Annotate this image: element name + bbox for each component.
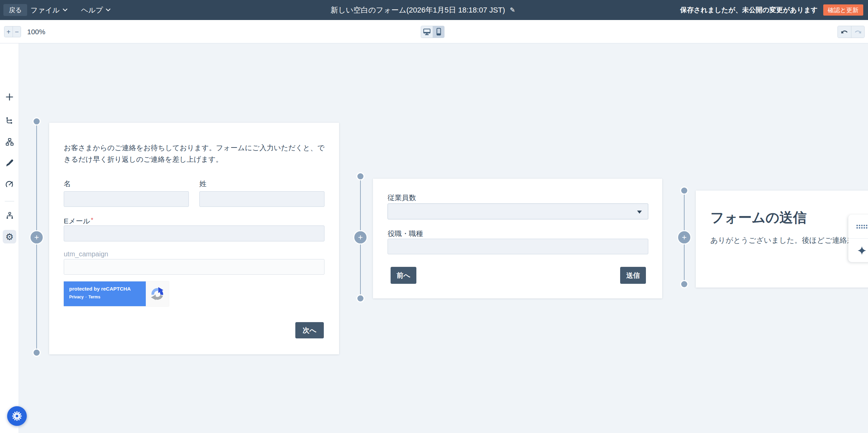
chevron-down-icon	[106, 8, 111, 12]
mobile-preview-button[interactable]	[433, 26, 444, 38]
email-input[interactable]	[64, 225, 324, 241]
ai-assistant-button[interactable]	[7, 406, 27, 426]
form-step-card-1[interactable]: お客さまからのご連絡をお待ちしております。フォームにご入力いただくと、できるだけ…	[49, 123, 339, 354]
starburst-icon	[12, 411, 22, 421]
required-asterisk: *	[91, 217, 93, 223]
sitemap-icon	[5, 138, 14, 146]
thank-you-heading: フォームの送信	[710, 208, 807, 227]
sidebar-divider	[5, 201, 14, 201]
sidebar-item-style[interactable]	[3, 156, 16, 170]
mobile-icon	[435, 28, 442, 36]
help-menu[interactable]: ヘルプ	[81, 5, 111, 15]
menu-bar: ファイル ヘルプ	[31, 0, 111, 20]
submit-button[interactable]: 送信	[620, 267, 646, 284]
undo-icon	[841, 29, 849, 35]
form-step-card-3[interactable]: フォームの送信 ありがとうございました。後ほどご連絡差し上げます	[696, 191, 868, 288]
file-menu[interactable]: ファイル	[31, 5, 67, 15]
last-name-input[interactable]	[199, 191, 324, 207]
drag-handle-icon	[856, 225, 867, 229]
sidebar-item-settings[interactable]: ⚙	[3, 230, 16, 243]
editor-sidebar: ⚙	[0, 43, 19, 433]
redo-button[interactable]	[851, 26, 864, 38]
first-name-input[interactable]	[64, 191, 189, 207]
drag-handle[interactable]	[848, 215, 868, 238]
chevron-down-icon	[63, 8, 67, 12]
undo-button[interactable]	[838, 26, 851, 38]
zoom-controls: + −	[4, 26, 21, 37]
last-name-label: 姓	[199, 179, 206, 189]
brush-icon	[5, 159, 14, 167]
recaptcha-icon	[150, 287, 165, 301]
card-tools-panel	[848, 215, 868, 262]
redo-icon	[854, 29, 862, 35]
add-step-button[interactable]: +	[354, 231, 367, 243]
edit-title-pencil-icon[interactable]: ✎	[510, 6, 515, 14]
back-button[interactable]: 戻る	[3, 4, 27, 16]
editor-toolbar: + − 100%	[0, 20, 868, 43]
employees-label: 従業員数	[388, 193, 416, 202]
sparkle-diamond-icon	[857, 245, 867, 256]
utm-campaign-label: utm_campaign	[64, 250, 108, 258]
connector-dot	[681, 188, 687, 194]
add-step-button[interactable]: +	[31, 231, 43, 243]
plus-icon	[5, 93, 14, 101]
review-and-update-button[interactable]: 確認と更新	[823, 4, 863, 16]
save-status-text: 保存されましたが、未公開の変更があります	[680, 5, 818, 15]
thank-you-text: ありがとうございました。後ほどご連絡差し上げます	[710, 235, 868, 245]
connector-dot	[34, 118, 40, 124]
form-title: 新しい空白のフォーム(2026年1月5日 18:18:07 JST)	[331, 5, 505, 15]
dropdown-caret-icon	[637, 211, 642, 214]
utm-campaign-input[interactable]	[64, 259, 324, 275]
top-navigation-bar: 戻る ファイル ヘルプ 新しい空白のフォーム(2026年1月5日 18:18:0…	[0, 0, 868, 20]
sidebar-item-structure[interactable]	[3, 114, 16, 127]
sidebar-item-performance[interactable]	[3, 177, 16, 191]
desktop-preview-button[interactable]	[421, 26, 433, 38]
recaptcha-terms-link[interactable]: Terms	[88, 295, 100, 299]
help-menu-label: ヘルプ	[81, 5, 103, 15]
topbar-right: 保存されましたが、未公開の変更があります 確認と更新	[680, 0, 863, 20]
recaptcha-protected-text: protected by reCAPTCHA	[69, 286, 146, 292]
jobtitle-input[interactable]	[388, 239, 648, 254]
file-menu-label: ファイル	[31, 5, 60, 15]
zoom-out-button[interactable]: −	[13, 26, 21, 37]
ai-sparkle-action[interactable]	[848, 238, 868, 262]
recaptcha-link-separator: -	[85, 295, 87, 299]
connector-dot	[34, 350, 40, 356]
first-name-label: 名	[64, 179, 71, 189]
form-title-area: 新しい空白のフォーム(2026年1月5日 18:18:07 JST) ✎	[331, 0, 515, 20]
tree-icon	[5, 117, 14, 125]
recaptcha-text-block: protected by reCAPTCHA Privacy - Terms	[64, 281, 146, 306]
gauge-icon	[5, 180, 14, 188]
employees-select[interactable]	[388, 203, 648, 219]
desktop-icon	[423, 28, 431, 36]
prev-button[interactable]: 前へ	[391, 267, 416, 284]
zoom-level: 100%	[27, 26, 45, 37]
form-step-card-2[interactable]: 従業員数 役職・職種 前へ 送信	[373, 179, 662, 298]
sidebar-item-automation[interactable]	[3, 209, 16, 222]
recaptcha-logo-area	[146, 281, 169, 306]
device-preview-toggle	[421, 26, 445, 38]
sidebar-item-add[interactable]	[3, 90, 16, 104]
gear-icon: ⚙	[5, 232, 14, 241]
zoom-in-button[interactable]: +	[4, 26, 13, 37]
recaptcha-badge: protected by reCAPTCHA Privacy - Terms	[64, 281, 169, 306]
jobtitle-label: 役職・職種	[388, 229, 423, 238]
recaptcha-privacy-link[interactable]: Privacy	[69, 295, 84, 299]
form-intro-text: お客さまからのご連絡をお待ちしております。フォームにご入力いただくと、できるだけ…	[64, 142, 328, 165]
connector-dot	[681, 281, 687, 287]
connector-dot	[357, 295, 363, 301]
history-controls	[837, 26, 865, 38]
connector-dot	[357, 173, 363, 179]
email-label: Eメール*	[64, 216, 93, 226]
workflow-icon	[5, 212, 14, 220]
add-step-button[interactable]: +	[678, 231, 690, 243]
next-button[interactable]: 次へ	[295, 322, 324, 338]
sidebar-item-sitemap[interactable]	[3, 135, 16, 149]
